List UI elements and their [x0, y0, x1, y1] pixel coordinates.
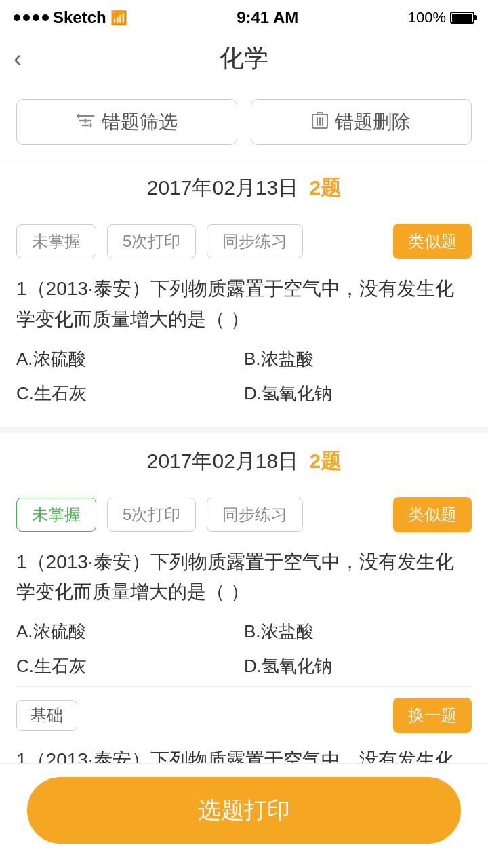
section-header-1: 2017年02月13日 2题	[0, 159, 488, 213]
tag-row-2: 未掌握 5次打印 同步练习 类似题	[16, 486, 472, 542]
question-card-1: 未掌握 5次打印 同步练习 类似题 1（2013·泰安）下列物质露置于空气中，没…	[0, 213, 488, 433]
page-title: 化学	[220, 42, 268, 75]
back-button[interactable]: ‹	[14, 47, 22, 71]
wifi-icon: 📶	[110, 9, 127, 26]
question-choices-1: A.浓硫酸 B.浓盐酸 C.生石灰 D.氢氧化钠	[16, 344, 472, 414]
similar-button-1[interactable]: 类似题	[393, 224, 472, 259]
filter-label: 错题筛选	[102, 109, 178, 135]
choice-1d: D.氢氧化钠	[244, 379, 472, 408]
tag-row-1: 未掌握 5次打印 同步练习 类似题	[16, 213, 472, 269]
battery-label: 100%	[408, 9, 446, 26]
delete-label: 错题删除	[335, 109, 411, 135]
delete-icon	[312, 111, 328, 134]
choice-1c: C.生石灰	[16, 379, 244, 408]
battery-icon	[450, 12, 474, 24]
time-label: 9:41 AM	[237, 8, 298, 27]
status-bar: Sketch 📶 9:41 AM 100%	[0, 0, 488, 33]
delete-button[interactable]: 错题删除	[251, 99, 472, 145]
filter-icon	[76, 111, 95, 134]
choice-2b: B.浓盐酸	[244, 617, 472, 646]
carrier-label: Sketch	[53, 8, 106, 27]
similar-button-2[interactable]: 类似题	[393, 497, 472, 532]
tag-sync-1[interactable]: 同步练习	[207, 224, 303, 258]
sub-tag-basic: 基础	[16, 700, 77, 731]
tag-print-2[interactable]: 5次打印	[107, 498, 196, 532]
swap-button-basic[interactable]: 换一题	[393, 698, 472, 733]
choice-1b: B.浓盐酸	[244, 344, 472, 374]
toolbar: 错题筛选 错题删除	[0, 85, 488, 159]
tag-print-1[interactable]: 5次打印	[107, 224, 196, 258]
choice-1a: A.浓硫酸	[16, 344, 244, 374]
section-header-2: 2017年02月18日 2题	[0, 433, 488, 486]
choice-2c: C.生石灰	[16, 652, 244, 681]
sub-tag-row-basic: 基础 换一题	[16, 698, 472, 733]
filter-button[interactable]: 错题筛选	[16, 99, 237, 145]
section-date-2: 2017年02月18日	[147, 450, 298, 472]
bottom-bar: 选题打印	[0, 763, 488, 868]
question-choices-2: A.浓硫酸 B.浓盐酸 C.生石灰 D.氢氧化钠	[16, 617, 472, 686]
choice-2a: A.浓硫酸	[16, 617, 244, 646]
print-button[interactable]: 选题打印	[27, 777, 461, 844]
nav-bar: ‹ 化学	[0, 33, 488, 85]
choice-2d: D.氢氧化钠	[244, 652, 472, 681]
section-count-1: 2题	[310, 176, 342, 199]
section-date-1: 2017年02月13日	[147, 176, 298, 199]
tag-sync-2[interactable]: 同步练习	[207, 498, 303, 532]
question-text-2: 1（2013·泰安）下列物质露置于空气中，没有发生化学变化而质量增大的是（ ）	[16, 542, 472, 618]
question-text-1: 1（2013·泰安）下列物质露置于空气中，没有发生化学变化而质量增大的是（ ）	[16, 269, 472, 344]
tag-unmastered-1[interactable]: 未掌握	[16, 224, 96, 258]
tag-unmastered-2[interactable]: 未掌握	[16, 498, 96, 532]
section-count-2: 2题	[310, 450, 342, 472]
